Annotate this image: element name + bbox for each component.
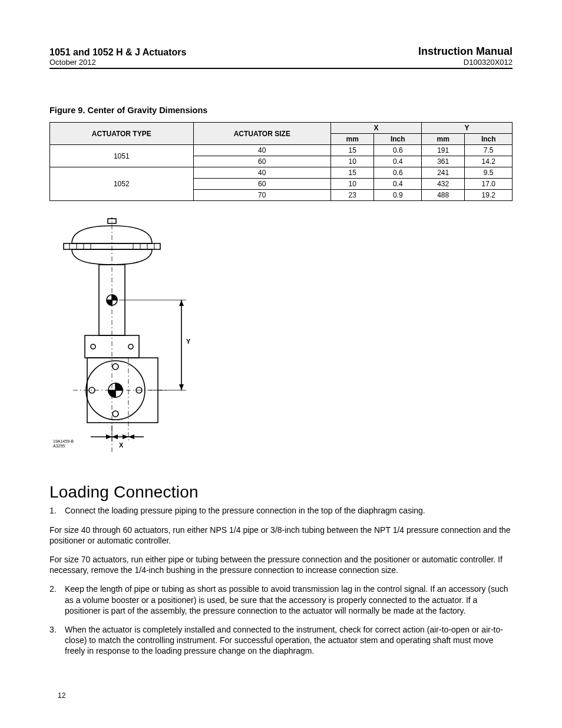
cell-size: 70 bbox=[193, 190, 331, 201]
col-y: Y bbox=[422, 123, 513, 134]
col-actuator-type: ACTUATOR TYPE bbox=[50, 123, 194, 145]
dimensions-table: ACTUATOR TYPE ACTUATOR SIZE X Y mm Inch … bbox=[49, 122, 513, 201]
list-item: Connect the loading pressure piping to t… bbox=[49, 505, 513, 575]
page-header: 1051 and 1052 H & J Actuators October 20… bbox=[49, 46, 513, 69]
cell-size: 60 bbox=[193, 156, 331, 167]
cell-type: 1052 bbox=[50, 167, 194, 201]
cell-yin: 14.2 bbox=[465, 156, 513, 167]
cell-xin: 0.4 bbox=[374, 156, 422, 167]
svg-marker-36 bbox=[128, 434, 134, 439]
header-right: Instruction Manual D100320X012 bbox=[418, 46, 513, 67]
page-number: 12 bbox=[58, 691, 65, 700]
col-x: X bbox=[331, 123, 422, 134]
list-item: When the actuator is completely installe… bbox=[49, 624, 513, 657]
cell-yin: 9.5 bbox=[465, 167, 513, 179]
cell-yin: 19.2 bbox=[465, 190, 513, 201]
svg-point-18 bbox=[113, 364, 118, 370]
cell-yin: 17.0 bbox=[465, 179, 513, 190]
cell-xmm: 23 bbox=[331, 190, 374, 201]
document-number: D100320X012 bbox=[418, 58, 513, 67]
svg-point-20 bbox=[113, 411, 118, 417]
list-item: Keep the length of pipe or tubing as sho… bbox=[49, 584, 513, 616]
cell-xmm: 15 bbox=[331, 167, 374, 179]
cell-size: 40 bbox=[193, 167, 331, 179]
cell-size: 60 bbox=[193, 179, 331, 190]
header-left: 1051 and 1052 H & J Actuators October 20… bbox=[49, 47, 186, 67]
cell-size: 40 bbox=[193, 145, 331, 156]
col-x-inch: Inch bbox=[374, 134, 422, 145]
drawing-ref-2: A3255 bbox=[53, 444, 65, 448]
col-y-inch: Inch bbox=[465, 134, 513, 145]
col-y-mm: mm bbox=[422, 134, 465, 145]
svg-marker-31 bbox=[112, 434, 118, 439]
figure-drawing: Y X 19A1459-B A3255 bbox=[49, 218, 513, 456]
list-item-text: Connect the loading pressure piping to t… bbox=[65, 506, 425, 515]
page: 1051 and 1052 H & J Actuators October 20… bbox=[0, 0, 562, 728]
svg-marker-27 bbox=[179, 384, 184, 390]
svg-marker-32 bbox=[123, 434, 128, 439]
dimension-x-label: X bbox=[119, 442, 124, 449]
col-actuator-size: ACTUATOR SIZE bbox=[193, 123, 331, 145]
section-heading-loading-connection: Loading Connection bbox=[49, 483, 513, 502]
table-row: 1052 40 15 0.6 241 9.5 bbox=[50, 167, 513, 179]
cell-type: 1051 bbox=[50, 145, 194, 167]
table-row: 1051 40 15 0.6 191 7.5 bbox=[50, 145, 513, 156]
svg-point-15 bbox=[128, 344, 133, 349]
svg-marker-34 bbox=[106, 434, 112, 439]
drawing-ref-1: 19A1459-B bbox=[53, 439, 74, 443]
manual-title: Instruction Manual bbox=[418, 46, 513, 58]
paragraph: For size 40 through 60 actuators, run ei… bbox=[49, 525, 513, 546]
actuator-diagram-icon: Y X 19A1459-B A3255 bbox=[49, 218, 203, 453]
cell-xmm: 10 bbox=[331, 179, 374, 190]
svg-marker-26 bbox=[179, 300, 184, 306]
cell-yin: 7.5 bbox=[465, 145, 513, 156]
cell-xin: 0.9 bbox=[374, 190, 422, 201]
list-item-text: Keep the length of pipe or tubing as sho… bbox=[65, 584, 508, 615]
paragraph: For size 70 actuators, run either pipe o… bbox=[49, 554, 513, 575]
cell-ymm: 488 bbox=[422, 190, 465, 201]
dimension-y-label: Y bbox=[186, 338, 191, 345]
figure-caption: Figure 9. Center of Gravity Dimensions bbox=[49, 106, 513, 115]
svg-point-14 bbox=[91, 344, 95, 349]
col-x-mm: mm bbox=[331, 134, 374, 145]
cell-xin: 0.6 bbox=[374, 145, 422, 156]
cell-xin: 0.4 bbox=[374, 179, 422, 190]
cell-ymm: 191 bbox=[422, 145, 465, 156]
cell-xin: 0.6 bbox=[374, 167, 422, 179]
numbered-list: Connect the loading pressure piping to t… bbox=[49, 505, 513, 656]
cell-xmm: 10 bbox=[331, 156, 374, 167]
cell-ymm: 241 bbox=[422, 167, 465, 179]
body-text: Connect the loading pressure piping to t… bbox=[49, 505, 513, 656]
cell-ymm: 361 bbox=[422, 156, 465, 167]
list-item-text: When the actuator is completely installe… bbox=[65, 625, 503, 655]
cell-ymm: 432 bbox=[422, 179, 465, 190]
product-title: 1051 and 1052 H & J Actuators bbox=[49, 47, 186, 58]
cell-xmm: 15 bbox=[331, 145, 374, 156]
document-date: October 2012 bbox=[49, 58, 186, 67]
